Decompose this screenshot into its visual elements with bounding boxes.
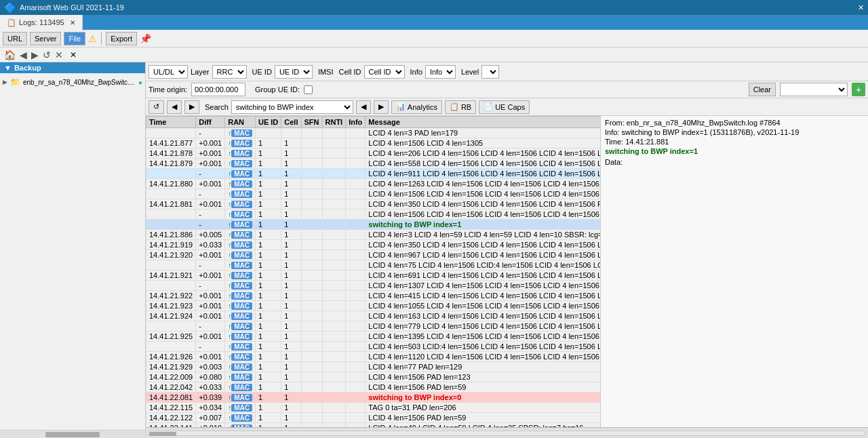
rb-icon: 📋 (450, 102, 459, 111)
table-row[interactable]: - ↑MAC 1 1 LCID 4 len=1307 LCID 4 len=15… (146, 281, 601, 291)
table-row[interactable]: 14.41.21.886 +0.005 ↑MAC 1 1 LCID 4 len=… (146, 230, 601, 240)
table-row[interactable]: 14.41.21.881 +0.001 ↑MAC 1 1 LCID 4 len=… (146, 199, 601, 210)
table-row[interactable]: 14.41.22.081 +0.039 ↑MAC 1 1 switching t… (146, 393, 601, 403)
table-row[interactable]: - ↑MAC 1 1 LCID 4 len=1506 LCID 4 len=15… (146, 189, 601, 199)
ue-id-select[interactable]: UE ID (275, 65, 313, 79)
cell-ueid: 1 (255, 240, 281, 250)
analytics-button[interactable]: 📊 Analytics (391, 100, 442, 114)
table-row[interactable]: - ↑MAC 1 1 LCID 4 len=75 LCID 4 len=1506… (146, 260, 601, 271)
protocol-badge: MAC (231, 374, 252, 381)
cell-diff: +0.005 (196, 230, 225, 240)
table-row[interactable]: 14.41.21.880 +0.001 ↑MAC 1 1 LCID 4 len=… (146, 179, 601, 189)
table-row[interactable]: - ↑MAC 1 1 switching to BWP index=1 (146, 220, 601, 230)
file-button[interactable]: File (64, 32, 85, 45)
sidebar-collapse-icon[interactable]: ▼ (4, 64, 12, 72)
search-dropdown[interactable]: switching to BWP index (231, 100, 353, 114)
cell-time: 14.41.21.922 (146, 291, 196, 301)
table-row[interactable]: - ↑MAC 1 1 LCID 4 len=1506 LCID 4 len=15… (146, 210, 601, 220)
cell-time: 14.41.21.919 (146, 240, 196, 250)
cell-info (346, 250, 366, 260)
cell-time: 14.41.21.879 (146, 159, 196, 169)
export-button[interactable]: Export (106, 32, 137, 45)
cell-diff: - (196, 321, 225, 332)
protocol-badge: MAC (231, 150, 252, 157)
url-button[interactable]: URL (3, 32, 27, 45)
cell-cell: 1 (281, 169, 301, 179)
time-origin-input[interactable] (191, 83, 245, 96)
server-button[interactable]: Server (30, 32, 61, 45)
home-button[interactable]: 🏠 (3, 49, 17, 60)
tab-close-icon[interactable]: ✕ (70, 19, 75, 26)
table-row[interactable]: 14.41.21.878 +0.001 ↑MAC 1 1 LCID 4 len=… (146, 148, 601, 159)
nav-forward-button[interactable]: ▶ (30, 49, 40, 60)
table-row[interactable]: 14.41.22.009 +0.080 ↑MAC 1 1 LCID 4 len=… (146, 372, 601, 382)
table-row[interactable]: 14.41.21.924 +0.001 ↑MAC 1 1 LCID 4 len=… (146, 311, 601, 321)
cell-id-select[interactable]: Cell ID (364, 65, 405, 79)
sidebar-item-log[interactable]: ▶ 📁 enb_nr_sa_n78_40Mhz_BwpSwitch.log ● (3, 76, 142, 88)
cell-sfn (301, 138, 322, 148)
nav-stop-button[interactable]: ✕ (54, 49, 64, 60)
ul-dl-select[interactable]: UL/DL (149, 65, 188, 79)
cell-ueid: 1 (255, 230, 281, 240)
prev-button[interactable]: ◀ (167, 100, 182, 114)
table-row[interactable]: 14.41.21.926 +0.001 ↑MAC 1 1 LCID 4 len=… (146, 352, 601, 362)
cell-sfn (301, 372, 322, 382)
table-row[interactable]: 14.41.22.115 +0.034 ↑MAC 1 1 TAG 0 ta=31… (146, 403, 601, 413)
cell-message: TAG 0 ta=31 PAD len=206 (366, 403, 600, 413)
cell-cell: 1 (281, 199, 301, 210)
right-panel-time: Time: 14.41:21.881 (605, 138, 864, 146)
cell-ueid: 1 (255, 393, 281, 403)
cell-sfn (301, 250, 322, 260)
col-header-rnti: RNTI (322, 117, 346, 128)
log-table-container[interactable]: Time Diff RAN UE ID Cell SFN RNTI Info M… (146, 116, 600, 427)
rb-button[interactable]: 📋 RB (445, 100, 476, 114)
cell-diff: - (196, 210, 225, 220)
table-row[interactable]: 14.41.21.919 +0.033 ↑MAC 1 1 LCID 4 len=… (146, 240, 601, 250)
nav-back-button[interactable]: ◀ (18, 49, 28, 60)
table-row[interactable]: 14.41.21.929 +0.003 ↑MAC 1 1 LCID 4 len=… (146, 362, 601, 372)
nav-refresh-button[interactable]: ↺ (41, 49, 52, 60)
table-row[interactable]: 14.41.21.925 +0.001 ↑MAC 1 1 LCID 4 len=… (146, 332, 601, 342)
log-tab[interactable]: 📋 Logs: 113495 ✕ (0, 15, 83, 30)
info-select[interactable]: Info (425, 65, 456, 79)
search-prev-button[interactable]: ◀ (356, 100, 371, 114)
layer-select[interactable]: RRC MAC PHY (212, 65, 247, 79)
table-row[interactable]: 14.41.22.042 +0.033 ↑MAC 1 1 LCID 4 len=… (146, 382, 601, 393)
table-row[interactable]: 14.41.21.923 +0.001 ↑MAC 1 1 LCID 4 len=… (146, 301, 601, 311)
cell-cell: 1 (281, 271, 301, 281)
cell-message: LCID 4 len=1506 LCID 4 len=1506 LCID 4 l… (366, 189, 600, 199)
cell-sfn (301, 260, 322, 271)
table-row[interactable]: - ↑MAC LCID 4 len=3 PAD len=179 (146, 128, 601, 138)
search-next-button[interactable]: ▶ (374, 100, 389, 114)
table-row[interactable]: - ↑MAC 1 1 LCID 4 len=779 LCID 4 len=150… (146, 321, 601, 332)
table-row[interactable]: - ↑MAC 1 1 LCID 4 len=503 LCID:4 len=150… (146, 342, 601, 352)
cell-diff: - (196, 281, 225, 291)
add-filter-button[interactable]: + (852, 83, 865, 96)
cell-info (346, 271, 366, 281)
sidebar-scrollbar[interactable] (0, 430, 145, 438)
table-row[interactable]: - ↑MAC 1 1 LCID 4 len=911 LCID 4 len=150… (146, 169, 601, 179)
table-row[interactable]: 14.41.21.877 +0.001 ↑MAC 1 1 LCID 4 len=… (146, 138, 601, 148)
clear-button[interactable]: Clear (749, 83, 776, 96)
h-scrollbar[interactable] (149, 431, 865, 436)
table-row[interactable]: 14.41.21.920 +0.001 ↑MAC 1 1 LCID 4 len=… (146, 250, 601, 260)
protocol-badge: MAC (231, 323, 252, 330)
cell-sfn (301, 403, 322, 413)
ue-caps-button[interactable]: 📄 UE Caps (479, 100, 530, 114)
cell-ran: ↑MAC (225, 179, 256, 189)
group-ue-checkbox[interactable] (304, 85, 313, 94)
level-select[interactable] (481, 65, 499, 79)
table-row[interactable]: 14.41.21.922 +0.001 ↑MAC 1 1 LCID 4 len=… (146, 291, 601, 301)
window-close-icon[interactable]: ✕ (858, 3, 864, 12)
filter-dropdown[interactable] (780, 83, 848, 96)
refresh-button[interactable]: ↺ (149, 100, 164, 114)
close-panel-icon[interactable]: ✕ (70, 50, 77, 60)
cell-rnti (322, 210, 346, 220)
cell-message: LCID 4 len=1506 LCID 4 len=1305 (366, 138, 600, 148)
next-button[interactable]: ▶ (184, 100, 199, 114)
table-row[interactable]: 14.41.22.122 +0.007 ↑MAC 1 1 LCID 4 len=… (146, 413, 601, 423)
sidebar: ▼ Backup ▶ 📁 enb_nr_sa_n78_40Mhz_BwpSwit… (0, 62, 146, 438)
filter-row-1: UL/DL Layer RRC MAC PHY UE ID UE ID IMSI… (146, 62, 868, 81)
table-row[interactable]: 14.41.21.879 +0.001 ↑MAC 1 1 LCID 4 len=… (146, 159, 601, 169)
table-row[interactable]: 14.41.21.921 +0.001 ↑MAC 1 1 LCID 4 len=… (146, 271, 601, 281)
